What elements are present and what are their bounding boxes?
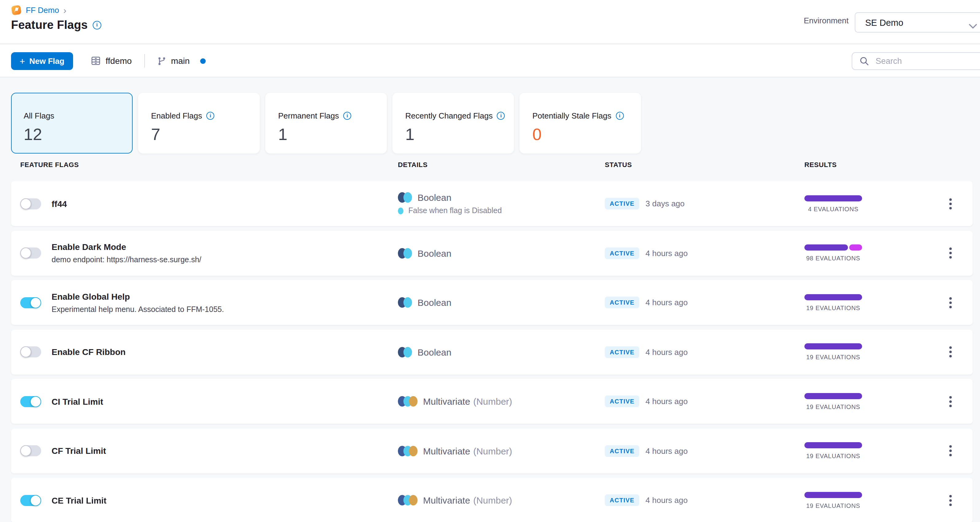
- flag-name: Enable CF Ribbon: [52, 347, 126, 357]
- stat-label: Permanent Flags: [278, 111, 339, 120]
- stats-row: All Flags 12 Enabled Flags 7 Permanent F…: [11, 93, 641, 154]
- column-header-status: STATUS: [605, 161, 632, 168]
- flag-type-detail: (Number): [473, 495, 512, 505]
- stat-card-potentially-stale-flags[interactable]: Potentially Stale Flags 0: [519, 93, 641, 154]
- branch-name[interactable]: main: [171, 56, 190, 66]
- toggle-knob: [30, 297, 41, 308]
- row-menu-button[interactable]: [946, 280, 955, 325]
- stat-card-recently-changed-flags[interactable]: Recently Changed Flags 1: [392, 93, 514, 154]
- kebab-menu-icon: [949, 247, 952, 250]
- flag-type-detail: (Number): [473, 396, 512, 407]
- row-menu-button[interactable]: [946, 231, 955, 275]
- kebab-menu-icon: [949, 297, 952, 299]
- evaluations-bar: [804, 442, 862, 448]
- info-icon[interactable]: [497, 112, 505, 120]
- flag-row[interactable]: Enable Dark Mode demo endpoint: https://…: [11, 231, 973, 275]
- flag-type-icon: [398, 446, 418, 456]
- row-menu-button[interactable]: [946, 181, 955, 226]
- toolbar: + New Flag ffdemo: [0, 44, 980, 77]
- info-icon[interactable]: [616, 112, 624, 120]
- variation-text: False when flag is Disabled: [408, 206, 502, 215]
- status-badge: ACTIVE: [605, 247, 640, 259]
- breadcrumb-chevron-icon: ›: [63, 6, 66, 14]
- flag-type-icon: [398, 396, 418, 407]
- evaluations-bar: [804, 492, 862, 498]
- flag-toggle[interactable]: [20, 396, 41, 407]
- status-time: 4 hours ago: [646, 248, 688, 258]
- row-menu-button[interactable]: [946, 379, 955, 424]
- column-header-details: DETAILS: [398, 161, 428, 168]
- flag-type-label: Multivariate: [423, 446, 470, 456]
- row-menu-button[interactable]: [946, 329, 955, 374]
- toggle-knob: [20, 445, 31, 456]
- flag-row[interactable]: CE Trial Limit Multivariate (Number) ACT…: [11, 478, 973, 522]
- new-flag-button[interactable]: + New Flag: [11, 52, 73, 70]
- info-icon[interactable]: [206, 112, 214, 120]
- flag-toggle[interactable]: [20, 247, 41, 259]
- environment-selected-value: SE Demo: [865, 18, 903, 27]
- stat-value: 1: [278, 127, 387, 143]
- flag-type-icon: [398, 248, 412, 258]
- flag-type-label: Boolean: [418, 297, 451, 308]
- stat-card-enabled-flags[interactable]: Enabled Flags 7: [138, 93, 260, 154]
- search-box[interactable]: [852, 52, 980, 70]
- flag-toggle[interactable]: [20, 346, 41, 357]
- column-header-results: RESULTS: [804, 161, 837, 168]
- breadcrumb-project-link[interactable]: FF Demo: [26, 6, 59, 15]
- flag-toggle[interactable]: [20, 495, 41, 506]
- stat-label: Enabled Flags: [151, 111, 202, 120]
- flag-variation-note: False when flag is Disabled: [398, 206, 502, 215]
- kebab-menu-icon: [949, 396, 952, 398]
- flag-row[interactable]: CI Trial Limit Multivariate (Number) ACT…: [11, 379, 973, 424]
- info-icon[interactable]: [343, 112, 351, 120]
- evaluations-label: 98 EVALUATIONS: [806, 255, 860, 262]
- table-header: FEATURE FLAGS DETAILS STATUS RESULTS: [0, 161, 980, 169]
- flag-name: CF Trial Limit: [52, 446, 106, 456]
- status-badge: ACTIVE: [605, 395, 640, 407]
- environment-label: Environment: [804, 16, 849, 25]
- flag-table-body: ff44 Boolean False when flag is Disabled…: [11, 181, 973, 522]
- toggle-knob: [20, 346, 31, 357]
- flag-type-label: Boolean: [418, 347, 451, 357]
- evaluations-bar: [804, 244, 862, 251]
- evaluations-label: 19 EVALUATIONS: [806, 502, 860, 509]
- row-menu-button[interactable]: [946, 428, 955, 473]
- column-header-feature-flags: FEATURE FLAGS: [20, 161, 79, 168]
- breadcrumb: FF Demo ›: [11, 5, 66, 15]
- evaluations-label: 4 EVALUATIONS: [808, 205, 858, 212]
- status-badge: ACTIVE: [605, 198, 640, 209]
- stat-value: 12: [24, 126, 132, 143]
- status-time: 4 hours ago: [646, 298, 688, 307]
- flag-toggle[interactable]: [20, 198, 41, 209]
- stat-card-permanent-flags[interactable]: Permanent Flags 1: [265, 93, 387, 154]
- status-badge: ACTIVE: [605, 494, 640, 506]
- environment-select[interactable]: SE Demo: [855, 12, 980, 33]
- status-badge: ACTIVE: [605, 346, 640, 358]
- status-badge: ACTIVE: [605, 297, 640, 308]
- repo-name[interactable]: ffdemo: [106, 56, 132, 66]
- search-input[interactable]: [874, 56, 969, 66]
- stat-label: Recently Changed Flags: [405, 111, 493, 120]
- evaluations-label: 19 EVALUATIONS: [806, 403, 860, 410]
- flag-description: Experimental help menu. Associated to FF…: [52, 305, 224, 314]
- stat-card-all-flags[interactable]: All Flags 12: [11, 93, 133, 154]
- flag-toggle[interactable]: [20, 297, 41, 308]
- page-header: FF Demo › Feature Flags Environment SE D…: [0, 0, 980, 44]
- flag-type-label: Multivariate: [423, 495, 470, 505]
- flag-name: Enable Dark Mode: [52, 242, 201, 252]
- kebab-menu-icon: [949, 198, 952, 201]
- status-time: 3 days ago: [646, 199, 685, 208]
- title-info-icon[interactable]: [93, 21, 101, 29]
- stat-label: All Flags: [24, 111, 54, 120]
- status-badge: ACTIVE: [605, 445, 640, 457]
- flag-row[interactable]: Enable Global Help Experimental help men…: [11, 280, 973, 325]
- flag-row[interactable]: ff44 Boolean False when flag is Disabled…: [11, 181, 973, 226]
- flag-row[interactable]: CF Trial Limit Multivariate (Number) ACT…: [11, 428, 973, 473]
- stat-value: 7: [151, 127, 260, 143]
- row-menu-button[interactable]: [946, 478, 955, 522]
- flag-toggle[interactable]: [20, 445, 41, 456]
- kebab-menu-icon: [949, 495, 952, 497]
- flag-row[interactable]: Enable CF Ribbon Boolean ACTIVE 4 hours …: [11, 329, 973, 374]
- flag-name: ff44: [52, 199, 67, 208]
- feature-flags-logo-icon: [11, 5, 21, 15]
